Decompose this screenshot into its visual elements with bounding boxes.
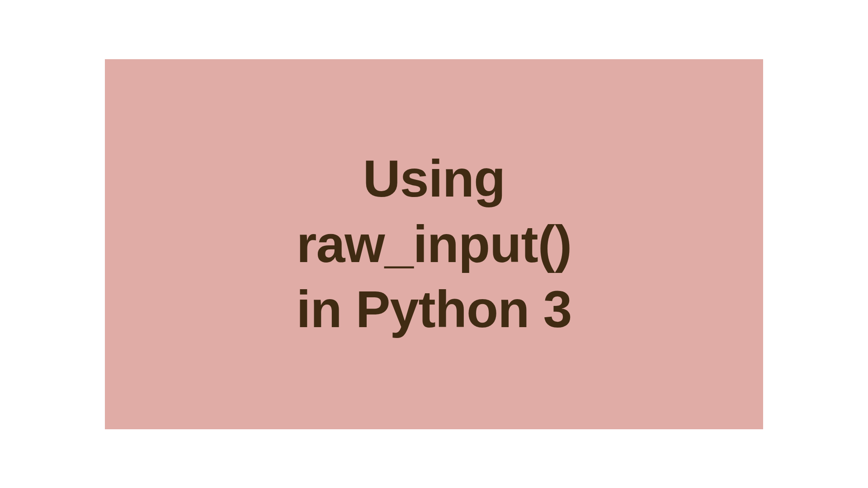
page-title: Using raw_input() in Python 3 [297, 146, 572, 343]
title-line-3: in Python 3 [297, 277, 572, 342]
title-line-1: Using [297, 146, 572, 211]
title-line-2: raw_input() [297, 211, 572, 277]
title-card: Using raw_input() in Python 3 [105, 59, 763, 429]
